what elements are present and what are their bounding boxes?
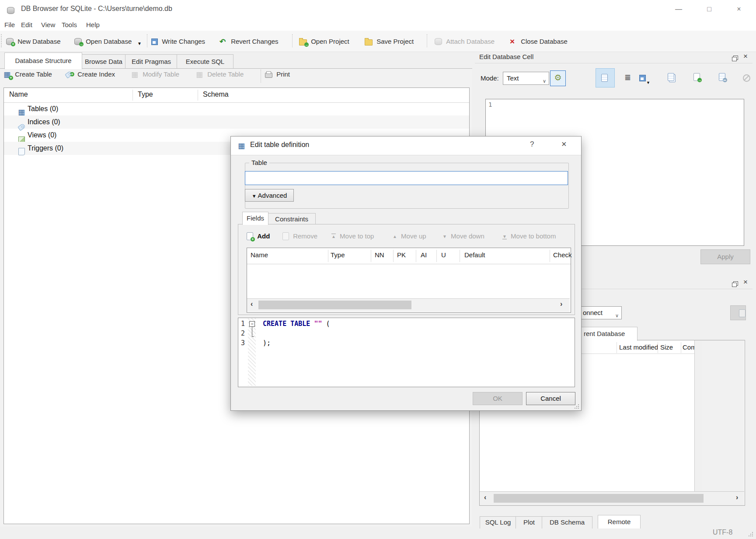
set-null-icon[interactable] bbox=[743, 74, 750, 82]
delete-table-button[interactable]: ▦ Delete Table bbox=[196, 67, 244, 81]
minimize-button[interactable]: — bbox=[670, 3, 687, 16]
encoding-status[interactable]: UTF-8 bbox=[713, 528, 732, 536]
open-database-button[interactable]: → Open Database bbox=[74, 34, 132, 48]
import-cell-data-icon[interactable] bbox=[639, 75, 646, 81]
tree-col-type[interactable]: Type bbox=[138, 91, 153, 98]
scroll-left-icon[interactable]: ‹ bbox=[251, 300, 253, 308]
attach-database-icon bbox=[435, 38, 442, 45]
help-icon[interactable]: ? bbox=[530, 140, 534, 149]
tree-row-label: Tables (0) bbox=[28, 102, 58, 116]
dialog-resize-grip[interactable] bbox=[575, 404, 579, 409]
close-button[interactable]: × bbox=[730, 3, 748, 16]
print-button[interactable]: Print bbox=[265, 67, 290, 81]
clone-database-button[interactable] bbox=[730, 305, 746, 320]
export-cell-icon[interactable]: → bbox=[693, 73, 700, 81]
advanced-button[interactable]: ▼ Advanced bbox=[245, 189, 294, 202]
col-check[interactable]: Check bbox=[553, 251, 572, 259]
open-database-dropdown-arrow[interactable]: ▼ bbox=[137, 41, 142, 46]
remove-field-button[interactable]: Remove bbox=[282, 230, 317, 242]
open-project-label: Open Project bbox=[311, 38, 349, 45]
tree-col-schema[interactable]: Schema bbox=[203, 91, 229, 98]
mode-select[interactable]: Text ∨ bbox=[503, 72, 549, 85]
fields-horizontal-scrollbar[interactable]: ‹ › bbox=[247, 298, 570, 312]
tree-row-tables[interactable]: ▦ Tables (0) bbox=[4, 102, 469, 116]
float-panel-icon[interactable] bbox=[732, 57, 737, 61]
scroll-left-icon[interactable]: ‹ bbox=[484, 494, 486, 501]
cancel-button[interactable]: Cancel bbox=[526, 392, 575, 405]
maximize-button[interactable]: □ bbox=[700, 3, 718, 16]
app-window: DB Browser for SQLite - C:\Users\turne\d… bbox=[0, 0, 756, 539]
tab-plot[interactable]: Plot bbox=[516, 516, 543, 528]
word-wrap-icon[interactable]: ≣ bbox=[624, 73, 631, 82]
open-external-icon[interactable]: ∞ bbox=[719, 73, 725, 81]
text-view-toggle-button[interactable] bbox=[596, 68, 615, 88]
new-database-button[interactable]: + New Database bbox=[6, 34, 61, 48]
move-to-bottom-button[interactable]: ▼ Move to bottom bbox=[502, 230, 556, 242]
sql-preview[interactable]: 1 2 3 − CREATE TABLE "" ( ); bbox=[238, 318, 575, 387]
revert-changes-button[interactable]: ↶ Revert Changes bbox=[219, 34, 279, 48]
apply-button[interactable]: Apply bbox=[700, 249, 750, 264]
close-panel-icon[interactable]: × bbox=[743, 52, 748, 61]
menu-view[interactable]: View bbox=[39, 20, 57, 29]
menu-tools[interactable]: Tools bbox=[60, 20, 79, 29]
tree-col-name[interactable]: Name bbox=[9, 91, 28, 98]
import-dropdown-arrow[interactable]: ▼ bbox=[646, 80, 650, 85]
tab-remote[interactable]: Remote bbox=[598, 515, 641, 528]
tab-db-schema[interactable]: DB Schema bbox=[542, 516, 592, 528]
tab-current-database[interactable]: rent Database bbox=[578, 327, 638, 341]
scroll-right-icon[interactable]: › bbox=[736, 494, 738, 501]
scrollbar-thumb[interactable] bbox=[258, 301, 411, 309]
advanced-label: Advanced bbox=[258, 192, 287, 199]
tab-sql-log[interactable]: SQL Log bbox=[480, 516, 516, 528]
save-project-button[interactable]: Save Project bbox=[365, 34, 414, 48]
add-field-button[interactable]: + Add bbox=[247, 230, 270, 242]
col-ai[interactable]: AI bbox=[421, 251, 427, 259]
col-name[interactable]: Name bbox=[251, 251, 268, 259]
create-index-label: Create Index bbox=[77, 70, 115, 78]
window-resize-grip[interactable] bbox=[749, 532, 753, 536]
vertical-scrollbar[interactable] bbox=[694, 340, 702, 491]
tab-constraints[interactable]: Constraints bbox=[268, 213, 316, 225]
move-to-bottom-icon: ▼ bbox=[502, 234, 507, 239]
tab-database-structure[interactable]: Database Structure bbox=[4, 52, 82, 69]
close-database-icon: × bbox=[510, 38, 517, 45]
write-changes-button[interactable]: Write Changes bbox=[151, 34, 205, 48]
ok-button[interactable]: OK bbox=[473, 392, 523, 405]
col-default[interactable]: Default bbox=[464, 251, 485, 259]
new-database-icon: + bbox=[6, 38, 14, 45]
open-project-button[interactable]: → Open Project bbox=[299, 34, 349, 48]
modify-table-label: Modify Table bbox=[143, 70, 179, 78]
close-panel-icon[interactable]: × bbox=[743, 278, 748, 287]
modify-table-button[interactable]: ▦ Modify Table bbox=[131, 67, 179, 81]
menu-help[interactable]: Help bbox=[84, 20, 101, 29]
col-nn[interactable]: NN bbox=[375, 251, 384, 259]
col-type[interactable]: Type bbox=[331, 251, 345, 259]
save-project-icon bbox=[365, 39, 373, 46]
text-document-icon bbox=[601, 74, 608, 82]
tab-fields[interactable]: Fields bbox=[242, 212, 268, 225]
copy-cell-icon[interactable] bbox=[668, 73, 674, 81]
dialog-close-icon[interactable]: × bbox=[561, 139, 567, 149]
menu-file[interactable]: File bbox=[3, 20, 17, 29]
move-to-top-button[interactable]: ▲ Move to top bbox=[331, 230, 374, 242]
move-down-button[interactable]: ▼ Move down bbox=[442, 230, 484, 242]
menu-edit[interactable]: Edit bbox=[19, 20, 34, 29]
auto-mode-toggle-button[interactable]: ⚙ bbox=[550, 70, 566, 86]
close-database-button[interactable]: × Close Database bbox=[510, 34, 568, 48]
scroll-right-icon[interactable]: › bbox=[560, 300, 562, 308]
scrollbar-thumb[interactable] bbox=[494, 494, 704, 503]
col-pk[interactable]: PK bbox=[397, 251, 406, 259]
revert-changes-icon: ↶ bbox=[219, 38, 227, 46]
identity-select[interactable]: onnect ∨ bbox=[578, 306, 622, 319]
table-name-input[interactable] bbox=[245, 171, 568, 185]
col-u[interactable]: U bbox=[441, 251, 446, 259]
horizontal-scrollbar[interactable]: ‹ › bbox=[480, 491, 744, 505]
float-panel-icon[interactable] bbox=[732, 283, 737, 287]
column-last-modified[interactable]: Last modified bbox=[619, 343, 658, 351]
tree-row-indices[interactable]: Indices (0) bbox=[4, 116, 469, 129]
move-up-button[interactable]: ▲ Move up bbox=[393, 230, 426, 242]
column-size[interactable]: Size bbox=[660, 343, 673, 351]
dialog-titlebar[interactable]: ▦ Edit table definition ? × bbox=[231, 136, 581, 155]
attach-database-button[interactable]: Attach Database bbox=[435, 34, 495, 48]
fold-marker-icon[interactable]: − bbox=[249, 321, 255, 327]
